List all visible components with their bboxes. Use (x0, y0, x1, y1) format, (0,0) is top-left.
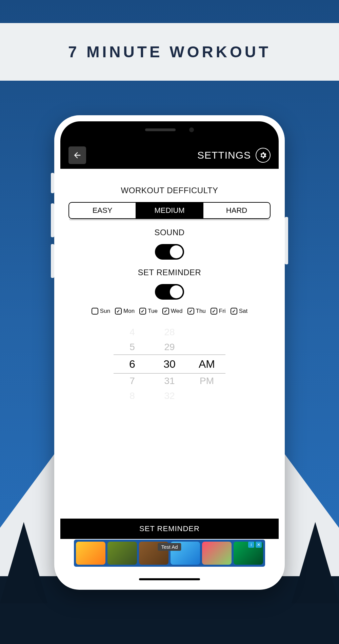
phone-screen: SETTINGS WORKOUT DEFFICULTY EASYMEDIUMHA… (60, 121, 279, 584)
time-picker-col-m: 30 (151, 358, 188, 370)
time-picker-row[interactable]: 428 (114, 325, 225, 340)
toggle-knob (170, 285, 183, 298)
day-label: Mon (123, 308, 135, 315)
ad-tile[interactable] (76, 542, 105, 565)
time-picker-col-h: 8 (114, 390, 151, 401)
camera-icon (189, 127, 194, 132)
time-picker-row[interactable]: 630AM (114, 355, 225, 374)
promo-title: 7 MINUTE WORKOUT (68, 43, 271, 61)
day-label: Fri (219, 308, 226, 315)
time-picker-col-m: 28 (151, 327, 188, 338)
day-checkbox-fri[interactable]: Fri (211, 308, 226, 315)
time-picker-col-m: 32 (151, 390, 188, 401)
checkbox-icon (211, 308, 217, 315)
time-picker-col-p: AM (188, 358, 225, 370)
day-label: Sat (239, 308, 248, 315)
back-button[interactable] (68, 146, 86, 164)
checkbox-icon (231, 308, 237, 315)
day-label: Thu (196, 308, 206, 315)
checkbox-icon (92, 308, 98, 315)
difficulty-option-easy[interactable]: EASY (69, 203, 136, 218)
time-picker-row[interactable]: 529 (114, 340, 225, 355)
phone-side-button (285, 217, 288, 264)
ad-controls: i ✕ (248, 542, 262, 548)
settings-button[interactable] (256, 148, 271, 163)
day-checkbox-sun[interactable]: Sun (92, 308, 110, 315)
speaker-icon (145, 128, 176, 131)
day-checkbox-tue[interactable]: Tue (139, 308, 158, 315)
reminder-toggle[interactable] (155, 284, 184, 300)
decor-tree (292, 522, 339, 603)
day-checkbox-wed[interactable]: Wed (162, 308, 183, 315)
sound-toggle[interactable] (155, 244, 184, 260)
difficulty-segmented: EASYMEDIUMHARD (68, 202, 271, 221)
time-picker[interactable]: 428529630AM731PM832 (114, 325, 225, 403)
decor-tree (0, 522, 47, 603)
ad-tile[interactable] (202, 542, 232, 565)
day-label: Sun (100, 308, 110, 315)
page-title: SETTINGS (197, 149, 251, 161)
time-picker-col-h: 4 (114, 327, 151, 338)
day-checkbox-mon[interactable]: Mon (115, 308, 135, 315)
time-picker-col-h: 7 (114, 376, 151, 386)
ad-close-icon[interactable]: ✕ (256, 542, 262, 548)
time-picker-col-h: 6 (114, 358, 151, 370)
time-picker-col-m: 29 (151, 342, 188, 353)
phone-frame: SETTINGS WORKOUT DEFFICULTY EASYMEDIUMHA… (54, 115, 285, 590)
day-label: Wed (171, 308, 183, 315)
gear-icon (259, 151, 267, 159)
time-picker-col-p: PM (188, 376, 225, 386)
promo-banner: 7 MINUTE WORKOUT (0, 23, 339, 81)
time-picker-col-m: 31 (151, 376, 188, 386)
difficulty-label: WORKOUT DEFFICULTY (68, 186, 271, 195)
sound-label: SOUND (68, 228, 271, 237)
time-picker-row[interactable]: 731PM (114, 374, 225, 388)
phone-side-button (51, 203, 54, 237)
days-row: SunMonTueWedThuFriSat (68, 308, 271, 315)
difficulty-option-hard[interactable]: HARD (203, 203, 270, 218)
checkbox-icon (139, 308, 146, 315)
day-checkbox-thu[interactable]: Thu (187, 308, 206, 315)
ad-banner[interactable]: Test Ad i ✕ (74, 540, 265, 567)
set-reminder-label: SET REMINDER (139, 524, 200, 533)
time-picker-row[interactable]: 832 (114, 388, 225, 403)
checkbox-icon (162, 308, 169, 315)
arrow-left-icon (73, 150, 82, 160)
ad-info-icon[interactable]: i (248, 542, 254, 548)
notch (115, 121, 224, 138)
day-label: Tue (148, 308, 158, 315)
decor-shadow (69, 219, 270, 221)
home-indicator (139, 578, 200, 580)
toggle-knob (170, 245, 183, 258)
phone-side-button (51, 173, 54, 193)
checkbox-icon (187, 308, 194, 315)
phone-side-button (51, 244, 54, 278)
time-picker-col-h: 5 (114, 342, 151, 353)
checkbox-icon (115, 308, 122, 315)
ad-tile[interactable] (107, 542, 137, 565)
reminder-label: SET REMINDER (68, 268, 271, 277)
set-reminder-button[interactable]: SET REMINDER (60, 519, 279, 539)
ad-label: Test Ad (158, 543, 181, 551)
difficulty-option-medium[interactable]: MEDIUM (136, 203, 203, 218)
day-checkbox-sat[interactable]: Sat (231, 308, 248, 315)
